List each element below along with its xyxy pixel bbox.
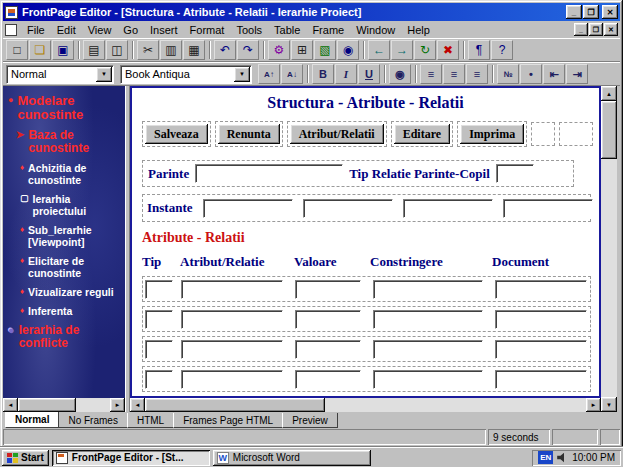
- maximize-button[interactable]: ❐: [583, 5, 599, 19]
- sidebar-item-ierarhia-proiectului[interactable]: ▢ Ierarhia proiectului: [20, 193, 123, 217]
- stop-icon[interactable]: ✖: [437, 40, 459, 60]
- scrollbar-thumb[interactable]: [601, 101, 617, 159]
- scroll-left-icon[interactable]: ◄: [3, 398, 18, 412]
- menu-help[interactable]: Help: [401, 23, 436, 37]
- forward-icon[interactable]: →: [391, 40, 413, 60]
- row2-valoare-input[interactable]: [295, 310, 361, 329]
- mdi-restore-button[interactable]: ❐: [589, 23, 603, 36]
- scroll-down-icon[interactable]: ▼: [601, 397, 617, 412]
- decrease-indent-icon[interactable]: ⇤: [543, 64, 565, 84]
- row2-constringere-input[interactable]: [373, 310, 483, 329]
- scroll-right-icon[interactable]: ►: [586, 398, 601, 412]
- sidebar-item-achizitia-de-cunostinte[interactable]: ♦ Achizitia de cunostinte: [20, 162, 123, 186]
- frontpage-app-icon[interactable]: [5, 6, 18, 19]
- row4-valoare-input[interactable]: [295, 370, 361, 389]
- insert-webbot-icon[interactable]: ⚙: [268, 40, 290, 60]
- close-button[interactable]: ✕: [602, 5, 618, 19]
- tab-normal[interactable]: Normal: [5, 412, 59, 428]
- sidebar-item-ierarhia-de-conflicte[interactable]: ● Ierarhia de conflicte: [8, 324, 123, 350]
- refresh-icon[interactable]: ↻: [414, 40, 436, 60]
- print-preview-icon[interactable]: ◫: [106, 40, 128, 60]
- row1-valoare-input[interactable]: [295, 280, 361, 299]
- row1-atribut-relatie-input[interactable]: [181, 280, 283, 299]
- sidebar-item-modelare-cunostinte[interactable]: ● Modelare cunostinte: [8, 94, 123, 122]
- row3-atribut-relatie-input[interactable]: [181, 340, 283, 359]
- new-page-icon[interactable]: □: [6, 40, 28, 60]
- mdi-minimize-button[interactable]: _: [574, 23, 588, 36]
- print-icon[interactable]: ▤: [83, 40, 105, 60]
- sidebar-item-baza-de-cunostinte[interactable]: ➤ Baza de cunostinte: [16, 129, 123, 155]
- salveaza-button[interactable]: Salveaza: [145, 124, 208, 144]
- show-formatting-icon[interactable]: ¶: [468, 40, 490, 60]
- redo-icon[interactable]: ↷: [237, 40, 259, 60]
- sidebar-item-inferenta[interactable]: ♦ Inferenta: [20, 305, 123, 317]
- instanta-input-3[interactable]: [403, 199, 493, 218]
- menu-window[interactable]: Window: [350, 23, 401, 37]
- menu-table[interactable]: Table: [268, 23, 306, 37]
- row4-tip-input[interactable]: [145, 370, 173, 389]
- language-indicator[interactable]: EN: [538, 451, 553, 464]
- title-bar[interactable]: FrontPage Editor - [Structura - Atribute…: [3, 3, 620, 21]
- chevron-down-icon[interactable]: ▼: [234, 67, 250, 82]
- instanta-input-1[interactable]: [203, 199, 293, 218]
- row3-constringere-input[interactable]: [373, 340, 483, 359]
- row1-document-input[interactable]: [495, 280, 587, 299]
- tab-frames-page-html[interactable]: Frames Page HTML: [173, 413, 283, 428]
- document-icon[interactable]: [5, 24, 17, 36]
- row3-document-input[interactable]: [495, 340, 587, 359]
- row2-tip-input[interactable]: [145, 310, 173, 329]
- menu-go[interactable]: Go: [117, 23, 144, 37]
- insert-image-icon[interactable]: ▧: [314, 40, 336, 60]
- row1-tip-input[interactable]: [145, 280, 173, 299]
- menu-frame[interactable]: Frame: [306, 23, 350, 37]
- minimize-button[interactable]: _: [566, 5, 582, 19]
- menu-file[interactable]: File: [21, 23, 51, 37]
- scrollbar-track[interactable]: [325, 398, 586, 412]
- row3-tip-input[interactable]: [145, 340, 173, 359]
- row2-document-input[interactable]: [495, 310, 587, 329]
- instanta-input-2[interactable]: [303, 199, 393, 218]
- insert-table-icon[interactable]: ⊞: [291, 40, 313, 60]
- parinte-input[interactable]: [195, 164, 343, 183]
- speaker-icon[interactable]: [557, 453, 568, 463]
- instanta-input-4[interactable]: [503, 199, 593, 218]
- mdi-close-button[interactable]: ✕: [604, 23, 618, 36]
- row2-atribut-relatie-input[interactable]: [181, 310, 283, 329]
- save-icon[interactable]: ▣: [52, 40, 74, 60]
- scroll-right-icon[interactable]: ►: [110, 398, 125, 412]
- sidebar-horizontal-scrollbar[interactable]: ◄ ►: [3, 398, 125, 412]
- menu-view[interactable]: View: [82, 23, 118, 37]
- copy-icon[interactable]: ▥: [160, 40, 182, 60]
- style-combobox[interactable]: Normal ▼: [6, 65, 114, 84]
- menu-edit[interactable]: Edit: [51, 23, 82, 37]
- tab-no-frames[interactable]: No Frames: [58, 413, 127, 428]
- cut-icon[interactable]: ✂: [137, 40, 159, 60]
- sidebar-item-vizualizare-reguli[interactable]: ♦ Vizualizare reguli: [20, 286, 123, 298]
- menu-tools[interactable]: Tools: [230, 23, 268, 37]
- renunta-button[interactable]: Renunta: [218, 124, 280, 144]
- editare-button[interactable]: Editare: [394, 124, 450, 144]
- decrease-font-size-icon[interactable]: A↓: [281, 64, 303, 84]
- tab-html[interactable]: HTML: [127, 413, 174, 428]
- underline-icon[interactable]: U: [358, 64, 380, 84]
- scrollbar-thumb[interactable]: [18, 398, 76, 412]
- align-center-icon[interactable]: ≡: [443, 64, 465, 84]
- help-icon[interactable]: ?: [491, 40, 513, 60]
- italic-icon[interactable]: I: [335, 64, 357, 84]
- numbered-list-icon[interactable]: №: [497, 64, 519, 84]
- vertical-scrollbar[interactable]: ▲ ▼: [601, 86, 617, 412]
- open-icon[interactable]: ❏: [29, 40, 51, 60]
- task-microsoft-word[interactable]: W Microsoft Word: [213, 450, 371, 466]
- scrollbar-thumb[interactable]: [145, 398, 325, 412]
- font-combobox[interactable]: Book Antiqua ▼: [120, 65, 252, 84]
- bulleted-list-icon[interactable]: •: [520, 64, 542, 84]
- align-right-icon[interactable]: ≡: [466, 64, 488, 84]
- menu-format[interactable]: Format: [184, 23, 231, 37]
- row4-document-input[interactable]: [495, 370, 587, 389]
- increase-indent-icon[interactable]: ⇥: [566, 64, 588, 84]
- hyperlink-icon[interactable]: ◉: [337, 40, 359, 60]
- scrollbar-track[interactable]: [76, 398, 110, 412]
- tab-preview[interactable]: Preview: [282, 413, 338, 428]
- main-horizontal-scrollbar[interactable]: ◄ ►: [130, 398, 601, 412]
- increase-font-size-icon[interactable]: A↑: [258, 64, 280, 84]
